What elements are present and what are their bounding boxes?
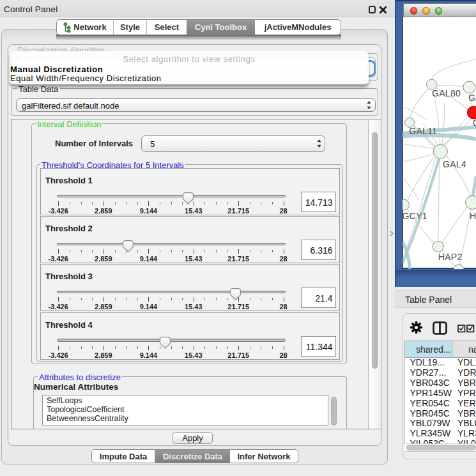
svg-text:GAL80: GAL80 xyxy=(432,88,461,98)
svg-text:C: C xyxy=(473,118,476,128)
svg-text:GA: GA xyxy=(468,93,476,103)
svg-text:H: H xyxy=(470,211,476,221)
svg-text:HAP2: HAP2 xyxy=(438,252,463,262)
svg-text:GAL11: GAL11 xyxy=(409,126,437,136)
svg-text:GCY1: GCY1 xyxy=(403,211,427,221)
svg-text:GAL4: GAL4 xyxy=(443,159,466,169)
